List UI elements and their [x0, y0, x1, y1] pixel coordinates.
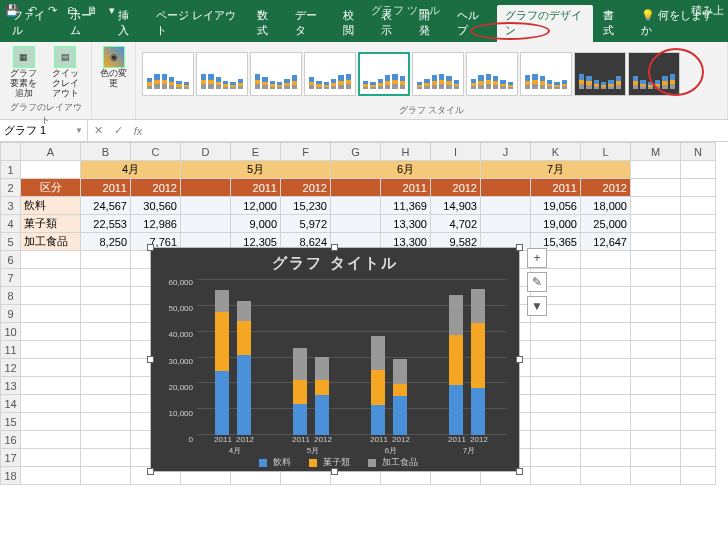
empty-cell[interactable] — [681, 467, 716, 485]
data-cell[interactable]: 22,553 — [81, 215, 131, 233]
empty-cell[interactable] — [21, 305, 81, 323]
empty-cell[interactable] — [581, 341, 631, 359]
col-header[interactable]: N — [681, 143, 716, 161]
row-header[interactable]: 5 — [1, 233, 21, 251]
resize-handle[interactable] — [147, 244, 154, 251]
bar-segment[interactable] — [371, 405, 385, 435]
empty-cell[interactable] — [681, 359, 716, 377]
data-cell[interactable]: 12,986 — [131, 215, 181, 233]
data-cell[interactable]: 9,000 — [231, 215, 281, 233]
bar-segment[interactable] — [371, 336, 385, 371]
col-header[interactable]: L — [581, 143, 631, 161]
year-header[interactable]: 2011 — [81, 179, 131, 197]
tab-表示[interactable]: 表示 — [373, 5, 409, 42]
empty-cell[interactable] — [581, 323, 631, 341]
chart-styles-button[interactable]: ✎ — [527, 272, 547, 292]
row-header[interactable]: 14 — [1, 395, 21, 413]
row-header[interactable]: 4 — [1, 215, 21, 233]
empty-cell[interactable] — [631, 287, 681, 305]
empty-cell[interactable] — [681, 341, 716, 359]
empty-cell[interactable] — [681, 413, 716, 431]
resize-handle[interactable] — [516, 468, 523, 475]
empty-cell[interactable] — [581, 269, 631, 287]
bar-segment[interactable] — [215, 312, 229, 371]
empty-cell[interactable] — [531, 467, 581, 485]
tab-数式[interactable]: 数式 — [249, 5, 285, 42]
data-cell[interactable]: 12,647 — [581, 233, 631, 251]
add-chart-element-button[interactable]: ▦ グラフ要素を追加 — [6, 44, 42, 101]
quick-layout-button[interactable]: ▤ クイックレイアウト — [46, 44, 85, 101]
empty-cell[interactable] — [581, 305, 631, 323]
row-header[interactable]: 7 — [1, 269, 21, 287]
empty-cell[interactable] — [81, 467, 131, 485]
resize-handle[interactable] — [516, 356, 523, 363]
empty-cell[interactable] — [631, 413, 681, 431]
col-header[interactable]: J — [481, 143, 531, 161]
chart-style-thumb[interactable] — [574, 52, 626, 96]
chart-style-thumb[interactable] — [520, 52, 572, 96]
bar-segment[interactable] — [237, 355, 251, 435]
empty-cell[interactable] — [531, 323, 581, 341]
col-header[interactable]: H — [381, 143, 431, 161]
data-cell[interactable]: 8,250 — [81, 233, 131, 251]
embedded-chart[interactable]: グラフ タイトル 010,00020,00030,00040,00050,000… — [150, 247, 520, 472]
bar-segment[interactable] — [449, 335, 463, 385]
bar-segment[interactable] — [393, 384, 407, 396]
tab-開発[interactable]: 開発 — [411, 5, 447, 42]
empty-cell[interactable] — [81, 269, 131, 287]
year-header[interactable]: 2012 — [581, 179, 631, 197]
month-header[interactable]: 4月 — [81, 161, 181, 179]
empty-cell[interactable] — [21, 323, 81, 341]
empty-cell[interactable] — [21, 395, 81, 413]
row-header[interactable]: 8 — [1, 287, 21, 305]
empty-cell[interactable] — [21, 467, 81, 485]
row-header[interactable]: 17 — [1, 449, 21, 467]
data-cell[interactable]: 18,000 — [581, 197, 631, 215]
change-colors-button[interactable]: ◉ 色の変更 — [98, 44, 129, 91]
empty-cell[interactable] — [21, 413, 81, 431]
legend-item[interactable]: 加工食品 — [362, 457, 418, 467]
bar-segment[interactable] — [471, 388, 485, 435]
empty-cell[interactable] — [631, 341, 681, 359]
col-header[interactable]: M — [631, 143, 681, 161]
chart-title[interactable]: グラフ タイトル — [151, 248, 519, 275]
chart-elements-button[interactable]: + — [527, 248, 547, 268]
month-header[interactable]: 6月 — [331, 161, 481, 179]
cancel-icon[interactable]: ✕ — [88, 124, 108, 137]
series-name-cell[interactable]: 飲料 — [21, 197, 81, 215]
bar-segment[interactable] — [393, 359, 407, 384]
data-cell[interactable]: 13,300 — [381, 215, 431, 233]
tell-me[interactable]: 💡 何をしますか — [633, 5, 724, 42]
empty-cell[interactable] — [681, 251, 716, 269]
chart-style-thumb[interactable] — [412, 52, 464, 96]
month-header[interactable]: 5月 — [181, 161, 331, 179]
select-all[interactable] — [1, 143, 21, 161]
col-header[interactable]: C — [131, 143, 181, 161]
empty-cell[interactable] — [81, 449, 131, 467]
empty-cell[interactable] — [631, 251, 681, 269]
bar-segment[interactable] — [293, 348, 307, 380]
empty-cell[interactable] — [681, 449, 716, 467]
tab-ページ レイアウト[interactable]: ページ レイアウト — [148, 5, 247, 42]
tab-ファイル[interactable]: ファイル — [4, 5, 60, 42]
empty-cell[interactable] — [81, 431, 131, 449]
bar-segment[interactable] — [293, 404, 307, 435]
empty-cell[interactable] — [631, 359, 681, 377]
col-header[interactable]: K — [531, 143, 581, 161]
data-cell[interactable]: 19,056 — [531, 197, 581, 215]
col-header[interactable]: G — [331, 143, 381, 161]
empty-cell[interactable] — [681, 395, 716, 413]
month-header[interactable]: 7月 — [481, 161, 631, 179]
empty-cell[interactable] — [81, 287, 131, 305]
empty-cell[interactable] — [531, 431, 581, 449]
col-header[interactable]: D — [181, 143, 231, 161]
legend-item[interactable]: 菓子類 — [303, 457, 350, 467]
empty-cell[interactable] — [81, 359, 131, 377]
tab-書式[interactable]: 書式 — [595, 5, 631, 42]
resize-handle[interactable] — [331, 468, 338, 475]
series-name-cell[interactable]: 加工食品 — [21, 233, 81, 251]
data-cell[interactable]: 15,230 — [281, 197, 331, 215]
tab-グラフのデザイン[interactable]: グラフのデザイン — [497, 5, 593, 42]
data-cell[interactable]: 11,369 — [381, 197, 431, 215]
empty-cell[interactable] — [21, 341, 81, 359]
